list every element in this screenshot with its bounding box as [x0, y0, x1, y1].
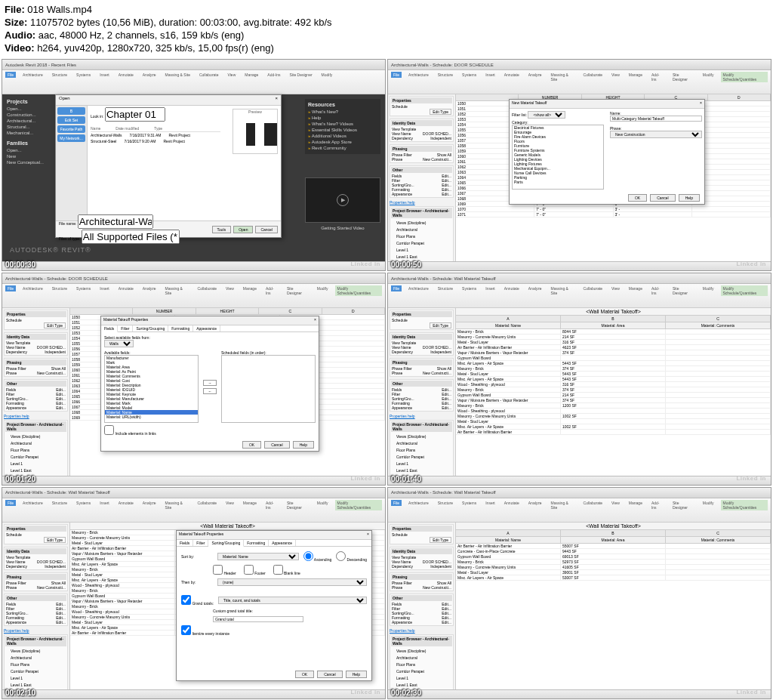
- ok-button[interactable]: OK: [295, 671, 314, 678]
- close-icon[interactable]: ×: [275, 96, 278, 104]
- ribbon-tab[interactable]: View: [609, 72, 622, 78]
- grandtotals-checkbox[interactable]: [181, 595, 191, 605]
- edit-type-button[interactable]: Edit Type: [430, 109, 451, 115]
- tree-item[interactable]: Architectural: [392, 440, 451, 447]
- tree-item[interactable]: Views (Discipline): [392, 648, 451, 655]
- name-input[interactable]: [610, 116, 702, 122]
- edit-type-button[interactable]: Edit Type: [430, 322, 451, 328]
- project-link[interactable]: Structural...: [7, 124, 52, 130]
- resource-link[interactable]: Revit Community: [308, 145, 377, 151]
- ribbon-tab[interactable]: Annotate: [116, 500, 136, 506]
- ribbon-tab[interactable]: Architecture: [406, 500, 431, 506]
- cancel-button[interactable]: Cancel: [650, 194, 676, 202]
- ribbon-tab[interactable]: Site Designer: [288, 72, 315, 78]
- resource-link[interactable]: What's New? Videos: [308, 121, 377, 127]
- ribbon-tab[interactable]: Modify: [319, 72, 335, 78]
- ribbon-tab[interactable]: Manage: [627, 72, 645, 78]
- itemize-checkbox[interactable]: [181, 625, 191, 635]
- ribbon-tab[interactable]: Systems: [460, 500, 479, 506]
- ribbon-tab[interactable]: Systems: [74, 72, 93, 78]
- ribbon-tab[interactable]: Systems: [74, 285, 93, 291]
- ribbon-tab[interactable]: Analyze: [526, 500, 544, 506]
- ribbon-tab[interactable]: Architecture: [20, 285, 45, 291]
- sidebar-item[interactable]: Edit Set: [57, 116, 85, 124]
- tree-item[interactable]: Corridor Parapet: [392, 454, 451, 461]
- ribbon-tab-active[interactable]: Modify Schedule/Quantities: [721, 72, 768, 82]
- phase-select[interactable]: New Construction: [610, 131, 702, 138]
- ribbon-tab[interactable]: Add-Ins: [263, 500, 280, 510]
- tree-item[interactable]: Floor Plans: [6, 661, 66, 668]
- ribbon-tab[interactable]: Massing & Site: [549, 72, 577, 82]
- tree-item[interactable]: Level 1: [392, 247, 451, 254]
- filter-select[interactable]: <show all>: [528, 111, 565, 119]
- ribbon-tab[interactable]: Analyze: [140, 72, 159, 78]
- ribbon-tab[interactable]: Massing & Site: [549, 500, 577, 510]
- tree-item[interactable]: Floor Plans: [6, 447, 66, 454]
- tree-item[interactable]: Level 1 East: [392, 682, 451, 689]
- tree-item[interactable]: Views (Discipline): [392, 433, 451, 440]
- ribbon-tab[interactable]: Add-Ins: [649, 72, 666, 82]
- ribbon-tab[interactable]: Collaborate: [581, 500, 605, 506]
- thenby-select[interactable]: (none): [217, 578, 367, 586]
- resource-link[interactable]: Essential Skills Videos: [308, 127, 377, 133]
- project-link[interactable]: Mechanical...: [7, 130, 52, 136]
- close-icon[interactable]: ×: [700, 100, 702, 107]
- ribbon-tab[interactable]: Collaborate: [196, 500, 220, 506]
- project-link[interactable]: Open...: [7, 106, 52, 112]
- schedule-table[interactable]: <Wall Material Takeoff> ABC Material: Na…: [456, 308, 771, 475]
- ribbon-tab[interactable]: View: [226, 72, 239, 78]
- ribbon-tab[interactable]: Massing & Site: [163, 72, 192, 78]
- ribbon-tab-active[interactable]: Modify Schedule/Quantities: [721, 500, 768, 510]
- avail-from-select[interactable]: Walls: [104, 340, 134, 347]
- include-links-checkbox[interactable]: [104, 425, 114, 435]
- footer-checkbox[interactable]: [244, 565, 254, 575]
- ribbon-tab[interactable]: Collaborate: [197, 72, 221, 78]
- ribbon-tab-active[interactable]: Modify Schedule/Quantities: [335, 285, 382, 296]
- ribbon-tab[interactable]: File: [5, 72, 16, 78]
- ribbon-tab[interactable]: Modify: [315, 285, 331, 291]
- ribbon-tab[interactable]: Insert: [483, 72, 497, 78]
- project-link[interactable]: Construction...: [7, 112, 52, 118]
- blankline-checkbox[interactable]: [273, 565, 283, 575]
- resource-link[interactable]: Additional Videos: [308, 133, 377, 139]
- ascending-radio[interactable]: [303, 551, 313, 561]
- schedule-table[interactable]: <Wall Material Takeoff> ABC Material: Na…: [456, 523, 771, 689]
- help-button[interactable]: Help: [679, 194, 700, 202]
- add-field-icon[interactable]: →: [203, 380, 217, 386]
- ribbon-tab[interactable]: Modify: [315, 500, 331, 506]
- ribbon-tab[interactable]: Site Designer: [670, 500, 696, 510]
- ribbon-tab[interactable]: File: [5, 285, 16, 291]
- ribbon-tab[interactable]: Manage: [241, 285, 259, 291]
- ribbon-tab[interactable]: View: [609, 500, 622, 506]
- ribbon-tab[interactable]: Massing & Site: [163, 285, 191, 296]
- dialog-tab[interactable]: Formatting: [168, 325, 193, 331]
- grandtitle-input[interactable]: [213, 616, 303, 622]
- tree-item[interactable]: Level 1 East: [392, 254, 451, 261]
- ribbon-tab[interactable]: Collaborate: [581, 72, 605, 78]
- ribbon-tab[interactable]: Collaborate: [196, 285, 220, 291]
- ribbon-tab[interactable]: Manage: [241, 500, 259, 506]
- tree-item[interactable]: Level 1: [392, 675, 451, 682]
- category-list[interactable]: Electrical FixturesEntourageFire Alarm D…: [512, 125, 604, 190]
- ribbon-tab[interactable]: Manage: [627, 285, 645, 291]
- dialog-tab[interactable]: Formatting: [244, 540, 269, 546]
- ribbon-tab[interactable]: View: [223, 285, 236, 291]
- ribbon-tab[interactable]: View: [223, 500, 236, 506]
- ribbon-tab[interactable]: Structure: [436, 500, 455, 506]
- dialog-tab[interactable]: Sorting/Grouping: [208, 540, 244, 547]
- resource-link[interactable]: Help: [308, 115, 377, 121]
- ribbon-tab[interactable]: Manage: [242, 72, 260, 78]
- tree-item[interactable]: Architectural: [6, 440, 66, 447]
- families-link[interactable]: New: [7, 153, 52, 159]
- dialog-tab[interactable]: Fields: [177, 540, 193, 546]
- ribbon-tab[interactable]: Annotate: [502, 285, 522, 291]
- tree-item[interactable]: Floor Plans: [392, 233, 451, 240]
- ribbon-tab[interactable]: Annotate: [502, 500, 522, 506]
- ribbon-tab[interactable]: Modify: [701, 72, 716, 78]
- ribbon-tab[interactable]: File: [391, 285, 402, 291]
- tree-item[interactable]: Level 1 East: [6, 682, 66, 689]
- tools-button[interactable]: Tools: [212, 226, 232, 233]
- ribbon-tab[interactable]: Manage: [627, 500, 645, 506]
- tree-item[interactable]: Level 1: [6, 675, 66, 682]
- sidebar-item[interactable]: Favorite Path: [57, 125, 85, 133]
